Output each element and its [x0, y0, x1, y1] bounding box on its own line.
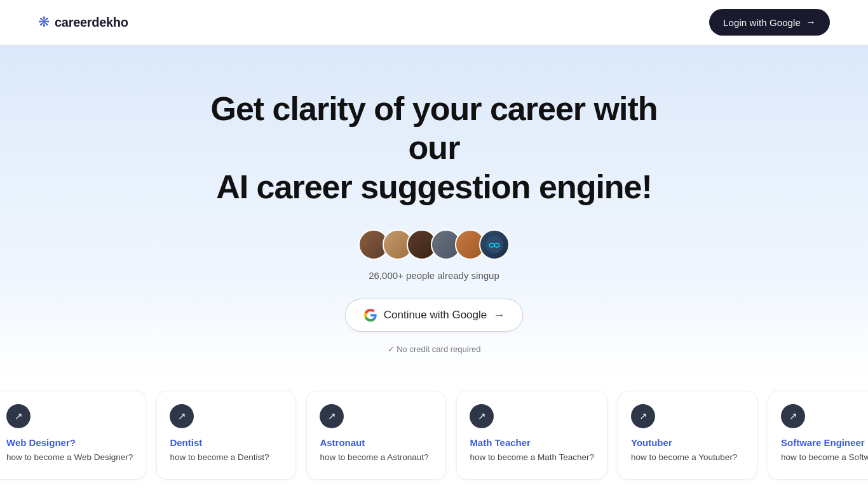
login-button-label: Login with Google [723, 17, 801, 28]
login-button-arrow: → [806, 17, 816, 28]
card-subtitle-web-designer: how to become a Web Designer? [6, 452, 133, 464]
card-trend-icon-math-teacher [470, 404, 494, 428]
login-with-google-button[interactable]: Login with Google → [709, 9, 830, 36]
cards-row-1: Web Designer? how to become a Web Design… [0, 379, 868, 488]
continue-button-label: Continue with Google [384, 309, 487, 322]
card-trend-icon-software-engineer [781, 404, 805, 428]
google-icon [363, 308, 377, 322]
career-card-dentist[interactable]: Dentist how to become a Dentist? [156, 391, 296, 480]
career-card-youtuber[interactable]: Youtuber how to become a Youtuber? [618, 391, 757, 480]
avatars-row [13, 229, 855, 260]
card-title-dentist: Dentist [170, 437, 283, 448]
career-card-web-designer[interactable]: Web Designer? how to become a Web Design… [0, 391, 146, 480]
card-trend-icon-youtuber [631, 404, 655, 428]
card-title-software-engineer: Software Engineer [781, 437, 868, 448]
card-title-youtuber: Youtuber [631, 437, 744, 448]
card-title-astronaut: Astronaut [320, 437, 433, 448]
hero-title: Get clarity of your career with our AI c… [193, 90, 675, 207]
career-card-astronaut[interactable]: Astronaut how to become a Astronaut? [306, 391, 446, 480]
card-trend-icon-astronaut [320, 404, 344, 428]
career-card-software-engineer[interactable]: Software Engineer how to become a Softwa… [768, 391, 868, 480]
card-title-web-designer: Web Designer? [6, 437, 133, 448]
card-trend-icon [6, 404, 31, 428]
continue-with-google-button[interactable]: Continue with Google → [345, 299, 524, 332]
no-credit-card-text: ✓ No credit card required [388, 344, 481, 354]
career-card-math-teacher[interactable]: Math Teacher how to become a Math Teache… [456, 391, 607, 480]
card-subtitle-math-teacher: how to become a Math Teacher? [470, 452, 594, 464]
hero-section: Get clarity of your career with our AI c… [0, 45, 868, 379]
card-trend-icon-dentist [170, 404, 194, 428]
card-subtitle-youtuber: how to become a Youtuber? [631, 452, 744, 464]
card-subtitle-astronaut: how to become a Astronaut? [320, 452, 433, 464]
site-header: ❋ careerdekho Login with Google → [0, 0, 868, 45]
card-title-math-teacher: Math Teacher [470, 437, 594, 448]
logo: ❋ careerdekho [38, 14, 128, 30]
card-subtitle-dentist: how to become a Dentist? [170, 452, 283, 464]
logo-icon: ❋ [38, 14, 50, 30]
continue-button-arrow: → [493, 309, 505, 322]
career-cards-section: Web Designer? how to become a Web Design… [0, 379, 868, 488]
card-subtitle-software-engineer: how to become a Software Engineer? [781, 452, 868, 464]
avatar [479, 229, 510, 260]
signup-count-text: 26,000+ people already singup [13, 270, 855, 281]
logo-text: careerdekho [55, 15, 128, 30]
